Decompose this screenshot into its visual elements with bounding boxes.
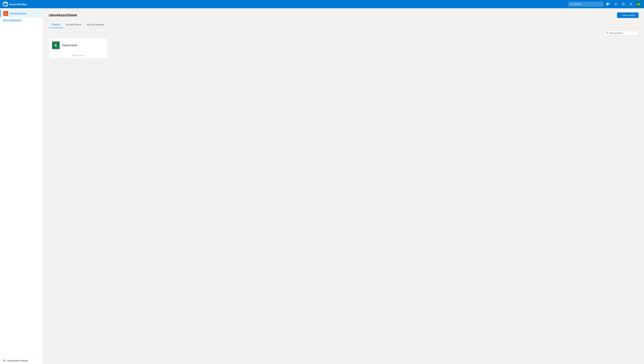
svg-point-8 [4, 360, 5, 361]
dot-2 [75, 55, 76, 56]
new-project-prefix: + [620, 14, 622, 16]
taskboard-icon [606, 2, 610, 6]
tab-work-items[interactable]: My work items [63, 22, 84, 28]
help-button[interactable]: ? [620, 2, 626, 7]
main-layout: S stevekaschimer New organization Organi… [0, 8, 644, 364]
app-name: Azure DevOps [9, 3, 27, 6]
taskboard-button[interactable] [605, 2, 611, 7]
page-title: stevekaschimer [49, 13, 77, 18]
search-box[interactable] [568, 2, 603, 6]
svg-rect-2 [607, 3, 608, 6]
tabs: Projects My work items My pull requests [49, 22, 638, 28]
tab-pull-requests[interactable]: My pull requests [84, 22, 107, 28]
filter-placeholder: Filter projects [609, 32, 623, 34]
tab-projects[interactable]: Projects [49, 22, 63, 28]
project-icon: E [52, 42, 60, 49]
settings-icon [629, 2, 632, 6]
sidebar: S stevekaschimer New organization Organi… [0, 8, 43, 364]
dot-4 [80, 55, 82, 56]
filter-icon [606, 32, 608, 34]
settings-button[interactable] [628, 2, 634, 7]
org-avatar: S [3, 11, 8, 16]
project-card-bottom [49, 52, 108, 58]
svg-line-1 [572, 4, 573, 5]
app-logo[interactable]: Azure DevOps [3, 2, 27, 6]
search-icon [570, 3, 573, 5]
new-project-label: New project [622, 14, 635, 16]
dot-5 [83, 55, 84, 56]
content-area: stevekaschimer + New project Projects My… [43, 8, 644, 364]
dot-3 [78, 55, 79, 56]
dot-1 [72, 55, 73, 56]
sidebar-items: S stevekaschimer New organization [0, 8, 43, 357]
filter-projects-input[interactable]: Filter projects [604, 31, 638, 36]
search-input[interactable] [574, 3, 600, 6]
svg-point-7 [630, 4, 632, 5]
org-name: stevekaschimer [10, 12, 27, 15]
new-org-link[interactable]: New organization [0, 17, 43, 23]
filter-row: Filter projects [49, 31, 638, 36]
project-name: Experiments [62, 44, 78, 47]
svg-rect-4 [609, 3, 610, 5]
new-project-button[interactable]: + New project [617, 12, 638, 18]
sidebar-footer: Organization settings [0, 357, 43, 364]
help-icon: ? [622, 2, 625, 6]
topnav: Azure DevOps ? SK [0, 0, 644, 8]
org-settings-link[interactable]: Organization settings [3, 359, 40, 362]
azure-devops-icon [3, 2, 8, 6]
svg-rect-3 [608, 3, 609, 4]
svg-text:?: ? [623, 3, 624, 5]
sidebar-item-org[interactable]: S stevekaschimer [0, 10, 43, 17]
content-header: stevekaschimer + New project [49, 12, 638, 18]
org-settings-label: Organization settings [7, 359, 28, 362]
notifications-icon [614, 2, 617, 6]
gear-icon [3, 359, 6, 362]
notifications-button[interactable] [613, 2, 618, 7]
projects-grid: E Experiments [49, 38, 638, 59]
user-avatar[interactable]: SK [636, 2, 641, 7]
project-card-top: E Experiments [49, 38, 108, 52]
project-card[interactable]: E Experiments [49, 38, 108, 59]
